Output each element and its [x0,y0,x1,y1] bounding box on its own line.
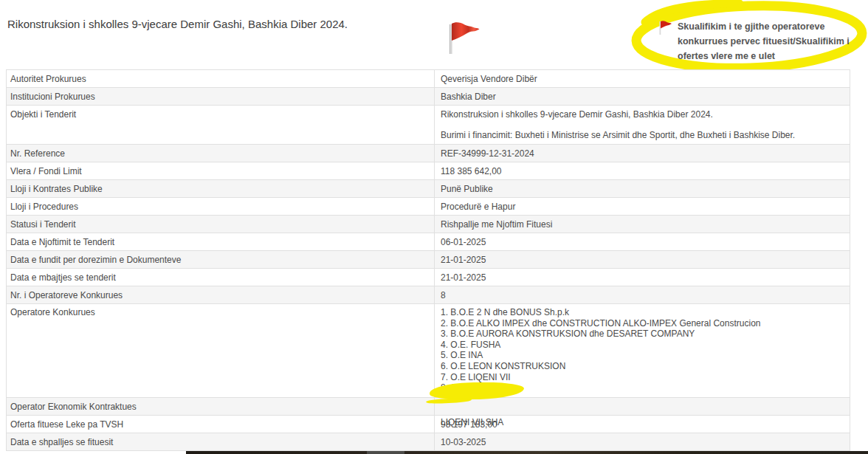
row-label: Nr. i Operatoreve Konkurues [7,286,434,303]
table-row: Autoritet Prokurues Qeverisja Vendore Di… [7,70,850,88]
table-row: Statusi i Tenderit Rishpallje me Njoftim… [7,216,850,233]
table-row: Institucioni Prokurues Bashkia Diber [7,88,850,106]
row-value: 8 [434,286,850,303]
row-value: Bashkia Diber [434,88,850,105]
row-value: 21-01-2025 [434,251,850,268]
row-value: REF-34999-12-31-2024 [434,145,850,162]
row-label: Autoritet Prokurues [7,70,434,87]
row-value: 21-01-2025 [434,269,850,286]
table-row-competitors: Operatore Konkurues 1. B.O.E 2 N dhe BON… [7,304,850,398]
row-label: Vlera / Fondi Limit [7,162,434,179]
row-label: Operator Ekonomik Kontraktues [7,398,434,415]
red-flag-icon [658,19,674,37]
row-value: Rikonstruksion i shkolles 9-vjecare Demi… [434,106,850,144]
row-value: LIQENI VII SHA [434,398,850,415]
table-row: Nr. i Operatoreve Konkurues 8 [7,286,850,304]
procurement-report-page: Rikonstruksion i shkolles 9-vjecare Demi… [0,0,868,454]
table-row: Data e fundit per dorezimin e Dokumentev… [7,251,850,269]
row-label: Data e fundit per dorezimin e Dokumentev… [7,251,434,268]
table-row: Vlera / Fondi Limit 118 385 642,00 [7,162,850,180]
row-label: Lloji i Procedures [7,198,434,215]
annotation-bubble: Skualifikim i te gjithe operatoreve konk… [629,0,868,77]
table-row: Data e mbajtjes se tenderit 21-01-2025 [7,269,850,286]
annotation-text: Skualifikim i te gjithe operatoreve konk… [678,19,861,63]
table-row: Lloji i Procedures Procedurë e Hapur [7,198,850,216]
tender-details-table: Autoritet Prokurues Qeverisja Vendore Di… [6,69,850,451]
row-label: Institucioni Prokurues [7,88,434,105]
table-row: Nr. Reference REF-34999-12-31-2024 [7,145,850,162]
winner-name: LIQENI VII SHA [441,417,503,427]
table-row: Data e Njoftimit te Tenderit 06-01-2025 [7,233,850,251]
row-label: Objekti i Tenderit [7,106,434,144]
table-row: Oferta fituese Leke pa TVSH 98 197 183,0… [7,416,850,433]
row-value: Rishpallje me Njoftim Fituesi [434,216,850,233]
row-label: Oferta fituese Leke pa TVSH [7,416,434,433]
table-row: Objekti i Tenderit Rikonstruksion i shko… [7,106,850,145]
row-label: Statusi i Tenderit [7,216,434,233]
row-value: 06-01-2025 [434,233,850,250]
row-label: Nr. Reference [7,145,434,162]
red-flag-icon [444,16,485,58]
row-label: Operatore Konkurues [7,304,434,397]
row-value: Qeverisja Vendore Dibër [434,70,850,87]
background-window-edge-segment [367,451,404,454]
row-value: Procedurë e Hapur [434,198,850,215]
row-label: Data e Njoftimit te Tenderit [7,233,434,250]
table-row: Lloji i Kontrates Publike Punë Publike [7,180,850,198]
winner-highlight: LIQENI VII SHA [441,386,503,427]
row-value: Punë Publike [434,180,850,197]
row-label: Lloji i Kontrates Publike [7,180,434,197]
table-row: Data e shpalljes se fituesit 10-03-2025 [7,433,850,451]
background-window-edge [186,451,868,454]
row-value: 10-03-2025 [434,433,850,450]
table-row-winner: Operator Ekonomik Kontraktues LIQENI VII… [7,398,850,416]
page-title: Rikonstruksion i shkolles 9-vjecare Demi… [7,18,348,30]
row-value: 118 385 642,00 [434,162,850,179]
row-label: Data e shpalljes se fituesit [7,433,434,450]
row-label: Data e mbajtjes se tenderit [7,269,434,286]
